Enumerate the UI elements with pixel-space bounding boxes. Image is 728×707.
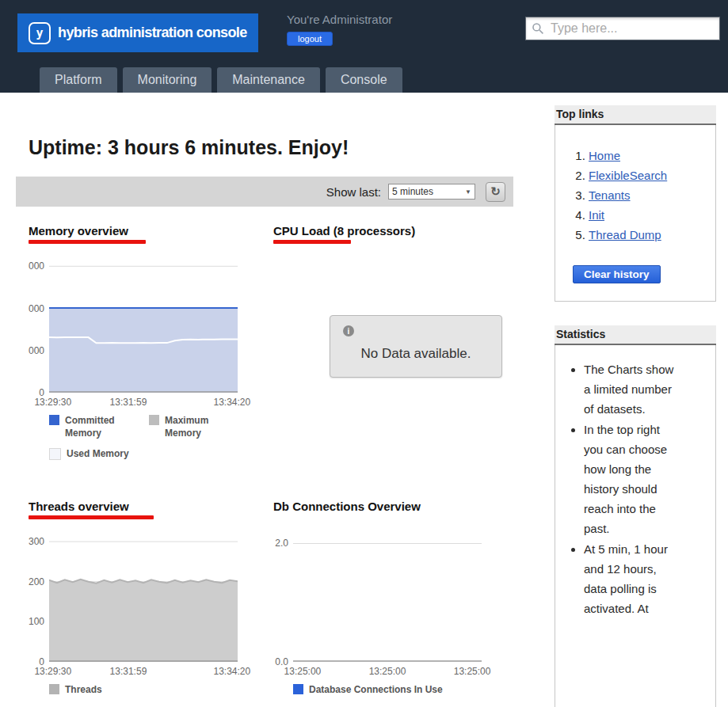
list-item: FlexibleSearch	[589, 165, 709, 185]
statistics-list: The Charts show a limited number of data…	[560, 359, 711, 618]
x-tick-label: 13:34:20	[214, 666, 251, 677]
threads-legend: Threads	[49, 683, 253, 696]
x-tick-label: 13:25:00	[284, 666, 322, 677]
list-item: Thread Dump	[589, 225, 709, 245]
clear-history-button[interactable]: Clear history	[573, 265, 661, 283]
annotation-underline-memory	[29, 240, 146, 244]
search-input[interactable]	[549, 21, 719, 36]
y-tick-label: 2.0	[266, 538, 288, 549]
main-content: Uptime: 3 hours 6 minutes. Enjoy! Show l…	[16, 93, 539, 707]
db-plot	[293, 538, 482, 662]
tab-platform[interactable]: Platform	[40, 67, 117, 93]
legend-item: Threads	[49, 683, 102, 696]
sidebar-link-flexiblesearch[interactable]: FlexibleSearch	[589, 169, 667, 182]
legend-label: Maximum Memory	[165, 414, 228, 439]
y-tick-label: 000	[22, 260, 44, 272]
legend-item: Database Connections In Use	[293, 683, 443, 696]
no-data-text: No Data available.	[330, 346, 501, 362]
legend-item: Used Memory	[49, 447, 129, 460]
statistics-box: The Charts show a limited number of data…	[555, 345, 716, 707]
y-tick-label: 100	[22, 616, 44, 627]
cpu-no-data-box: i No Data available.	[330, 315, 502, 378]
list-item: Tenants	[589, 185, 709, 205]
statistics-section: Statistics The Charts show a limited num…	[555, 325, 716, 707]
main-nav: Platform Monitoring Maintenance Console	[0, 67, 728, 93]
list-item: At 5 min, 1 hour and 12 hours, data poll…	[584, 539, 711, 618]
legend-swatch-icon	[49, 415, 59, 425]
x-tick-label: 13:25:00	[454, 666, 491, 677]
legend-item: Committed Memory	[49, 414, 128, 439]
hybris-logo-icon: y	[29, 22, 51, 44]
tab-monitoring[interactable]: Monitoring	[123, 67, 212, 93]
chevron-down-icon: ▼	[465, 188, 471, 196]
y-tick-label: 300	[22, 536, 44, 547]
y-tick-label: 200	[22, 576, 44, 587]
hac-screen: y hybris administration console You're A…	[0, 0, 728, 707]
show-last-value: 5 minutes	[392, 186, 433, 197]
legend-label: Database Connections In Use	[309, 683, 443, 696]
memory-plot	[49, 262, 238, 393]
cpu-section-title: CPU Load (8 processors)	[273, 224, 415, 238]
top-links-header: Top links	[555, 105, 716, 125]
memory-legend: Committed MemoryMaximum MemoryUsed Memor…	[49, 414, 253, 460]
show-last-select[interactable]: 5 minutes ▼	[388, 184, 475, 200]
chart-controls-bar: Show last: 5 minutes ▼ ↻	[16, 177, 513, 207]
x-tick-label: 13:31:59	[110, 397, 147, 408]
list-item: Home	[589, 146, 709, 165]
legend-item: Maximum Memory	[149, 414, 228, 439]
refresh-button[interactable]: ↻	[486, 182, 505, 202]
annotation-underline-cpu	[273, 240, 351, 244]
list-item: In the top right you can choose how long…	[584, 420, 711, 538]
app-title: hybris administration console	[58, 25, 247, 41]
sidebar-link-tenants[interactable]: Tenants	[589, 188, 631, 202]
list-item: Init	[589, 205, 709, 225]
logout-button[interactable]: logout	[287, 32, 333, 46]
memory-section-title: Memory overview	[29, 224, 128, 238]
tab-maintenance[interactable]: Maintenance	[217, 67, 320, 93]
threads-plot	[49, 538, 238, 662]
y-tick-label: 000	[22, 345, 44, 356]
sidebar-link-thread-dump[interactable]: Thread Dump	[589, 228, 661, 241]
annotation-underline-threads	[29, 515, 154, 519]
db-section-title: Db Connections Overview	[273, 500, 421, 513]
x-tick-label: 13:25:00	[369, 666, 406, 677]
show-last-label: Show last:	[326, 185, 381, 199]
top-header: y hybris administration console You're A…	[0, 0, 728, 67]
page-title: Uptime: 3 hours 6 minutes. Enjoy!	[29, 136, 349, 159]
list-item: The Charts show a limited number of data…	[584, 359, 711, 419]
info-icon: i	[343, 325, 354, 336]
y-tick-label: 000	[22, 303, 44, 314]
legend-swatch-icon	[49, 448, 61, 460]
legend-swatch-icon	[149, 415, 159, 425]
legend-label: Used Memory	[67, 447, 129, 460]
top-links-list: Home FlexibleSearch Tenants Init Thread …	[562, 146, 709, 245]
x-tick-label: 13:31:59	[110, 666, 147, 677]
top-links-box: Home FlexibleSearch Tenants Init Thread …	[555, 125, 716, 302]
tab-console[interactable]: Console	[326, 67, 402, 93]
threads-section-title: Threads overview	[29, 500, 129, 513]
x-tick-label: 13:34:20	[214, 397, 251, 408]
db-legend: Database Connections In Use	[293, 683, 497, 696]
hybris-logo: y hybris administration console	[17, 13, 258, 52]
sidebar-link-home[interactable]: Home	[589, 149, 620, 162]
sidebar-link-init[interactable]: Init	[589, 208, 604, 222]
statistics-header: Statistics	[555, 325, 716, 345]
sidebar: Top links Home FlexibleSearch Tenants In…	[555, 105, 716, 707]
search-icon	[532, 22, 544, 35]
user-greeting: You're Administrator	[287, 13, 392, 26]
search-box	[525, 17, 720, 40]
legend-label: Threads	[65, 683, 102, 696]
x-tick-label: 13:29:30	[34, 397, 71, 408]
legend-swatch-icon	[49, 684, 59, 694]
legend-label: Committed Memory	[65, 414, 128, 439]
user-area: You're Administrator logout	[287, 13, 392, 46]
x-tick-label: 13:29:30	[34, 666, 71, 677]
legend-swatch-icon	[293, 684, 303, 694]
